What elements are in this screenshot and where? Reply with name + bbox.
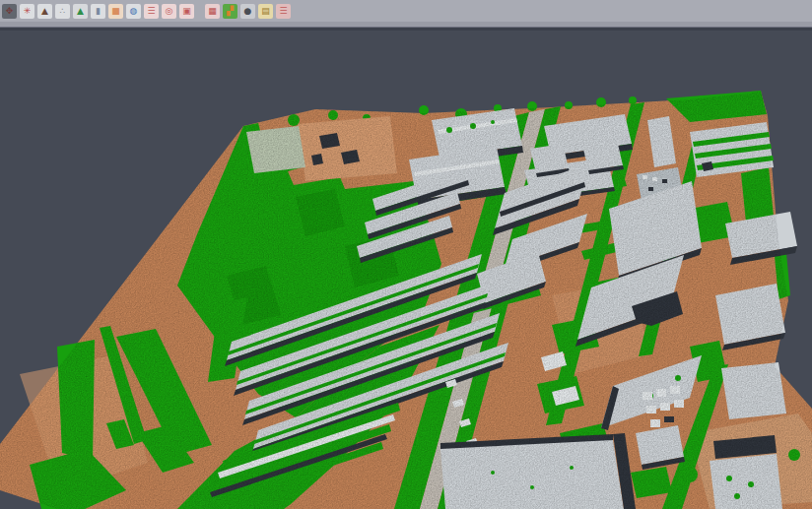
3d-viewport[interactable] [0, 28, 812, 509]
grid-icon[interactable]: ▦ [205, 4, 220, 19]
globe-icon[interactable]: ◍ [126, 4, 141, 19]
application-window: ✥✳▲∴▲▮■◍☰◎▣▦▞●▤☰ [0, 0, 812, 509]
point-cloud-icon[interactable]: ∴ [55, 4, 70, 19]
toolbar: ✥✳▲∴▲▮■◍☰◎▣▦▞●▤☰ [0, 0, 812, 22]
settings-icon[interactable]: ◎ [162, 4, 176, 19]
region-select-icon[interactable]: ▣ [179, 4, 194, 19]
profile-icon[interactable]: ▮ [91, 4, 105, 19]
measure-icon[interactable]: ☰ [276, 4, 291, 19]
viewport-top-shade [0, 28, 812, 31]
terrain-model-icon[interactable]: ▲ [37, 4, 52, 19]
move-tool-icon[interactable]: ✥ [2, 4, 17, 19]
export-map-icon[interactable]: ▤ [258, 4, 273, 19]
orthomosaic-icon[interactable]: ■ [108, 4, 123, 19]
align-points-icon[interactable]: ✳ [20, 4, 34, 19]
camera-icon[interactable]: ● [240, 4, 255, 19]
class-list-icon[interactable]: ☰ [144, 4, 159, 19]
dem-icon[interactable]: ▲ [73, 4, 88, 19]
point-cloud-scene [0, 28, 812, 509]
classified-map-icon[interactable]: ▞ [223, 4, 237, 19]
